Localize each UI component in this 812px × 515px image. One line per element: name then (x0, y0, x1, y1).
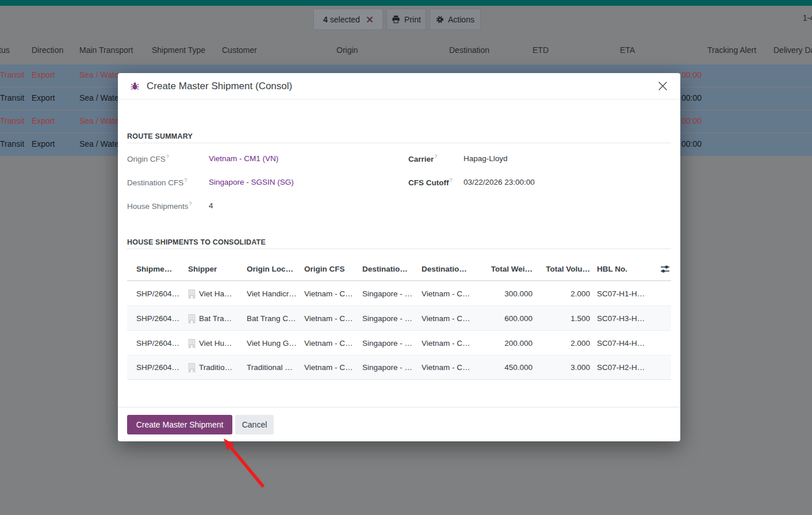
list-toolbar: 4 selected Print Actions 1-4 (0, 6, 812, 33)
col-direction: Direction (32, 45, 63, 55)
list-column-headers: Status Direction Main Transport Shipment… (0, 33, 812, 64)
cancel-button[interactable]: Cancel (235, 415, 274, 434)
field-house-shipments: House Shipments? 4 (127, 200, 397, 211)
help-icon: ? (184, 177, 187, 183)
route-summary-heading: ROUTE SUMMARY (127, 132, 193, 140)
col-tracking-alert: Tracking Alert (707, 45, 756, 55)
printer-icon (392, 15, 400, 24)
pager-text: 1-4 (803, 13, 812, 22)
building-icon (188, 289, 196, 299)
col-shipment-type: Shipment Type (152, 45, 205, 55)
col-main-transport: Main Transport (79, 45, 133, 55)
field-carrier: Carrier? Hapag-Lloyd (408, 152, 508, 164)
create-master-shipment-dialog: Create Master Shipment (Consol) ROUTE SU… (118, 73, 680, 441)
selection-chip: 4 selected (313, 9, 383, 30)
bug-icon (131, 82, 139, 90)
house-row-3[interactable]: SHP/2604… Viet Hu… Viet Hung G… Vietnam … (127, 330, 671, 355)
origin-cfs-link[interactable]: Vietnam - CM1 (VN) (209, 154, 278, 163)
field-origin-cfs: Origin CFS? Vietnam - CM1 (VN) (127, 152, 397, 164)
destination-cfs-link[interactable]: Singapore - SGSIN (SG) (209, 178, 294, 186)
print-label: Print (404, 15, 421, 24)
section-divider (127, 249, 671, 249)
print-button[interactable]: Print (386, 9, 426, 30)
field-destination-cfs: Destination CFS? Singapore - SGSIN (SG) (127, 176, 397, 188)
house-shipments-table: Shipme… Shipper Origin Loc… Origin CFS D… (127, 257, 671, 380)
help-icon: ? (449, 177, 452, 183)
house-table-header: Shipme… Shipper Origin Loc… Origin CFS D… (127, 257, 671, 281)
help-icon: ? (189, 201, 192, 207)
actions-label: Actions (448, 15, 474, 24)
house-row-4[interactable]: SHP/2604… Traditio… Traditional … Vietna… (127, 355, 671, 380)
help-icon: ? (434, 154, 437, 159)
close-icon[interactable] (658, 81, 668, 91)
app-screen: 4 selected Print Actions 1-4 Status Dire… (0, 0, 812, 515)
top-teal-bar (0, 0, 812, 6)
sliders-icon[interactable] (657, 265, 671, 273)
section-divider (127, 143, 671, 143)
col-status: Status (0, 45, 10, 55)
clear-selection-icon[interactable] (366, 16, 373, 23)
field-cfs-cutoff: CFS Cutoff? 03/22/2026 23:00:00 (408, 176, 535, 188)
selection-count: 4 selected (323, 15, 360, 24)
house-row-2[interactable]: SHP/2604… Bat Tra… Bat Trang C… Vietnam … (127, 306, 671, 330)
building-icon (188, 363, 196, 372)
dialog-title: Create Master Shipment (Consol) (147, 81, 292, 92)
col-delivery-date: Delivery Date (773, 45, 812, 55)
col-customer: Customer (222, 45, 257, 55)
col-origin: Origin (336, 45, 358, 55)
building-icon (188, 338, 196, 348)
house-shipments-value: 4 (209, 201, 213, 210)
cfs-cutoff-value: 03/22/2026 23:00:00 (464, 178, 535, 186)
create-master-shipment-button[interactable]: Create Master Shipment (127, 415, 232, 434)
house-row-1[interactable]: SHP/2604… Viet Ha… Viet Handicr… Vietnam… (127, 281, 671, 306)
dialog-footer: Create Master Shipment Cancel (118, 407, 680, 441)
dialog-header: Create Master Shipment (Consol) (118, 73, 680, 100)
col-destination: Destination (449, 45, 489, 55)
house-shipments-heading: HOUSE SHIPMENTS TO CONSOLIDATE (127, 238, 266, 246)
col-eta: ETA (620, 45, 635, 55)
gear-icon (436, 16, 444, 24)
carrier-value: Hapag-Lloyd (464, 154, 508, 163)
help-icon: ? (166, 154, 169, 159)
actions-button[interactable]: Actions (430, 9, 481, 30)
col-etd: ETD (533, 45, 549, 55)
building-icon (188, 314, 196, 323)
